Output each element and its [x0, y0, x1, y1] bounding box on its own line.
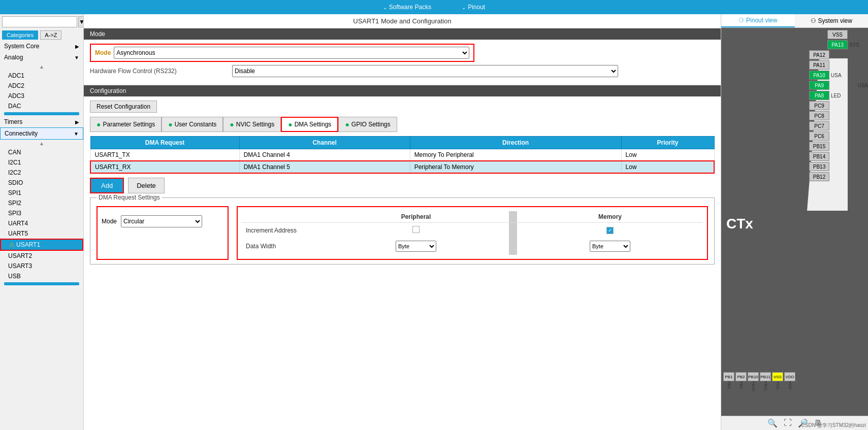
tab-parameter-settings[interactable]: ● Parameter Settings — [90, 117, 162, 132]
sidebar-item-i2c2[interactable]: I2C2 — [0, 168, 83, 178]
pin-pb11[interactable]: PB11 — [760, 372, 771, 381]
pin-pa11[interactable]: PA11 — [809, 60, 829, 70]
zoom-in-button[interactable]: 🔍 — [767, 418, 778, 428]
scroll-up2[interactable]: ▲ — [0, 140, 83, 147]
sidebar-item-adc3[interactable]: ADC3 — [0, 91, 83, 101]
right-panel: ⚆ Pinout view ⚇ System view CTx VSS — [721, 14, 868, 430]
arrow-icon: ▶ — [75, 44, 79, 49]
pin-pa12[interactable]: PA12 — [809, 50, 829, 59]
sidebar-item-spi1[interactable]: SPI1 — [0, 188, 83, 198]
peripheral-increment-checkbox[interactable] — [323, 223, 509, 238]
pin-pc8[interactable]: PC8 — [809, 111, 829, 120]
add-button[interactable]: Add — [90, 178, 124, 193]
scroll-up[interactable]: ▲ — [0, 63, 83, 71]
sidebar-item-connectivity[interactable]: Connectivity ▼ — [0, 127, 83, 140]
pin-vss[interactable]: VSS — [827, 30, 848, 39]
cell-priority: Low — [621, 149, 714, 161]
pinout-label: Pinout — [468, 4, 485, 11]
pinout-area: CTx VSS PA13 SYS PA12 PA11 — [721, 28, 868, 416]
sidebar-item-dac[interactable]: DAC — [0, 101, 83, 111]
cell-channel: DMA1 Channel 5 — [239, 161, 410, 173]
sidebar-item-analog[interactable]: Analog ▼ — [0, 52, 83, 63]
right-panel-tabs: ⚆ Pinout view ⚇ System view — [721, 14, 868, 28]
tab-az[interactable]: A->Z — [40, 30, 61, 40]
pin-pc7[interactable]: PC7 — [809, 121, 829, 130]
sidebar-item-can[interactable]: CAN — [0, 147, 83, 157]
sidebar-item-spi3[interactable]: SPI3 — [0, 208, 83, 218]
sidebar-item-uart5[interactable]: UART5 — [0, 228, 83, 239]
pin-pb13[interactable]: PB13 — [809, 162, 829, 171]
mode-label: Mode — [95, 49, 111, 56]
tab-system-view[interactable]: ⚇ System view — [795, 14, 869, 27]
dma-mode-select[interactable]: Circular — [121, 215, 202, 227]
sidebar-item-adc1[interactable]: ADC1 — [0, 71, 83, 81]
sidebar-item-sdio[interactable]: SDIO — [0, 178, 83, 188]
pin-pa13[interactable]: PA13 — [827, 40, 848, 49]
tab-pinout-view[interactable]: ⚆ Pinout view — [721, 14, 795, 27]
checkbox-memory[interactable]: ✓ — [606, 227, 614, 234]
sidebar-label: Analog — [4, 54, 23, 61]
pin-pa10[interactable]: PA10 — [809, 71, 829, 80]
sidebar-item-system-core[interactable]: System Core ▶ — [0, 41, 83, 52]
pin-row-pa8: PA8 LED — [809, 91, 868, 100]
pinout-menu[interactable]: ⌄ Pinout — [462, 4, 485, 11]
memory-col: Memory — [517, 211, 703, 223]
tab-gpio-settings[interactable]: ● GPIO Settings — [338, 117, 397, 132]
pin-pa9[interactable]: PA9 — [809, 81, 829, 90]
side-label: LED — [829, 93, 850, 98]
reset-config-button[interactable]: Reset Configuration — [90, 101, 157, 113]
mode-header: Mode — [84, 28, 721, 40]
search-input[interactable] — [2, 16, 77, 27]
sidebar-label: System Core — [4, 43, 39, 50]
sidebar-item-usart1[interactable]: ⚠ USART1 — [0, 239, 83, 251]
sidebar-search-row: ▼ — [0, 14, 83, 29]
pin-pb10[interactable]: PB10 — [748, 372, 759, 381]
pin-pa8[interactable]: PA8 — [809, 91, 829, 100]
dma-mode-box: Mode Circular — [97, 206, 229, 260]
software-packs-menu[interactable]: ⌄ Software Packs — [383, 4, 431, 11]
fit-button[interactable]: ⛶ — [784, 418, 792, 428]
sidebar-item-usart3[interactable]: USART3 — [0, 261, 83, 271]
checkbox-peripheral[interactable] — [412, 226, 420, 233]
mode-select[interactable]: Asynchronous — [114, 47, 469, 59]
watermark: CSDN @学习STM32的haozi — [801, 422, 866, 429]
pin-pb12[interactable]: PB12 — [809, 172, 829, 181]
page-title: USART1 Mode and Configuration — [84, 14, 721, 28]
tab-user-constants[interactable]: ● User Constants — [162, 117, 223, 132]
sidebar-item-timers[interactable]: Timers ▶ — [0, 116, 83, 127]
sidebar-item-usb[interactable]: USB — [0, 271, 83, 281]
pin-pb1[interactable]: PB1 — [723, 372, 734, 381]
sidebar-item-uart4[interactable]: UART4 — [0, 218, 83, 228]
table-row[interactable]: USART1_TX DMA1 Channel 4 Memory To Perip… — [90, 149, 714, 161]
search-dropdown[interactable]: ▼ — [78, 16, 84, 27]
sidebar-item-i2c1[interactable]: I2C1 — [0, 157, 83, 168]
memory-width-select[interactable]: Byte — [590, 241, 630, 252]
delete-button[interactable]: Delete — [128, 178, 165, 193]
tab-nvic-settings[interactable]: ● NVIC Settings — [223, 117, 281, 132]
peripheral-width-select[interactable]: Byte — [396, 241, 436, 252]
pin-pc9[interactable]: PC9 — [809, 101, 829, 110]
pin-vdd[interactable]: VDD — [784, 372, 795, 381]
pin-pc6[interactable]: PC6 — [809, 131, 829, 141]
tab-categories[interactable]: Categories — [2, 30, 38, 40]
chevron-icon: ⌄ — [462, 5, 466, 10]
pin-row-pb13: PB13 — [809, 162, 868, 171]
system-icon: ⚇ — [811, 17, 816, 24]
pin-pb14[interactable]: PB14 — [809, 152, 829, 161]
tab-dma-settings[interactable]: ● DMA Settings — [281, 117, 338, 132]
sidebar-item-usart2[interactable]: USART2 — [0, 251, 83, 261]
mode-label: Mode — [102, 218, 117, 225]
pin-vss-bottom[interactable]: VSS — [772, 372, 783, 381]
pin-pb2[interactable]: PB2 — [735, 372, 747, 381]
vss-label: VSS — [776, 381, 780, 395]
peripheral-width-cell[interactable]: Byte — [323, 238, 509, 255]
cell-direction: Peripheral To Memory — [410, 161, 621, 173]
memory-increment-checkbox[interactable]: ✓ — [517, 223, 703, 238]
flow-control-select[interactable]: Disable — [232, 65, 618, 77]
table-row-selected[interactable]: USART1_RX DMA1 Channel 5 Peripheral To M… — [90, 161, 714, 173]
sidebar-item-spi2[interactable]: SPI2 — [0, 198, 83, 208]
pin-pb15[interactable]: PB15 — [809, 142, 829, 151]
mode-content: Mode Asynchronous Hardware Flow Control … — [84, 40, 721, 85]
sidebar-item-adc2[interactable]: ADC2 — [0, 81, 83, 91]
memory-width-cell[interactable]: Byte — [517, 238, 703, 255]
